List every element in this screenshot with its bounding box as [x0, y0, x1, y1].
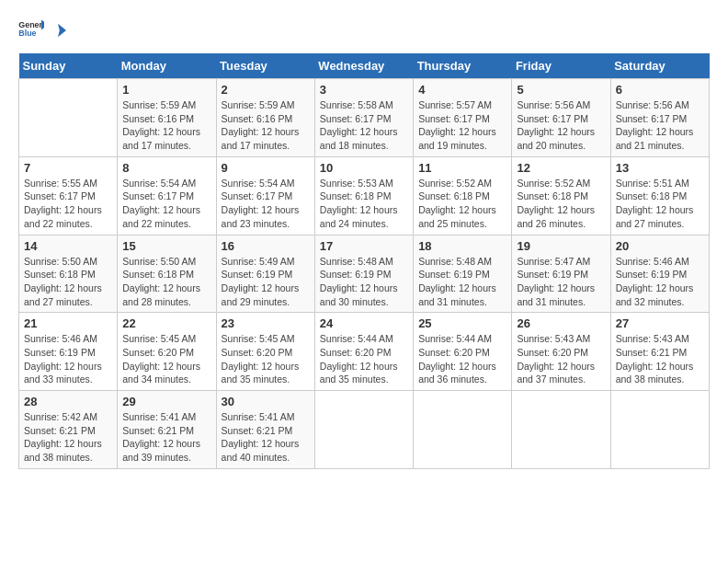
svg-text:Blue: Blue — [18, 29, 36, 38]
calendar-cell: 19Sunrise: 5:47 AMSunset: 6:19 PMDayligh… — [512, 235, 610, 313]
day-info: Sunrise: 5:52 AMSunset: 6:18 PMDaylight:… — [418, 177, 506, 231]
header-monday: Monday — [118, 53, 216, 79]
day-info: Sunrise: 5:54 AMSunset: 6:17 PMDaylight:… — [222, 177, 310, 231]
logo-flag-icon — [50, 22, 66, 39]
calendar-cell: 24Sunrise: 5:44 AMSunset: 6:20 PMDayligh… — [314, 313, 413, 391]
day-number: 13 — [616, 161, 704, 175]
day-info: Sunrise: 5:53 AMSunset: 6:18 PMDaylight:… — [320, 177, 408, 231]
day-number: 16 — [222, 239, 310, 253]
calendar-cell: 14Sunrise: 5:50 AMSunset: 6:18 PMDayligh… — [19, 235, 118, 313]
calendar-cell — [610, 391, 709, 469]
week-row-1: 1Sunrise: 5:59 AMSunset: 6:16 PMDaylight… — [19, 79, 710, 157]
calendar-cell: 23Sunrise: 5:45 AMSunset: 6:20 PMDayligh… — [216, 313, 314, 391]
week-row-5: 28Sunrise: 5:42 AMSunset: 6:21 PMDayligh… — [19, 391, 710, 469]
day-info: Sunrise: 5:46 AMSunset: 6:19 PMDaylight:… — [616, 255, 704, 309]
calendar-cell: 15Sunrise: 5:50 AMSunset: 6:18 PMDayligh… — [118, 235, 216, 313]
calendar-cell: 2Sunrise: 5:59 AMSunset: 6:16 PMDaylight… — [216, 79, 314, 157]
day-number: 6 — [616, 83, 704, 97]
calendar-cell: 26Sunrise: 5:43 AMSunset: 6:20 PMDayligh… — [512, 313, 610, 391]
calendar-cell: 28Sunrise: 5:42 AMSunset: 6:21 PMDayligh… — [19, 391, 118, 469]
day-number: 26 — [517, 316, 605, 330]
calendar-cell: 12Sunrise: 5:52 AMSunset: 6:18 PMDayligh… — [512, 156, 610, 235]
day-info: Sunrise: 5:49 AMSunset: 6:19 PMDaylight:… — [222, 255, 310, 309]
day-number: 11 — [418, 161, 506, 175]
calendar-cell: 29Sunrise: 5:41 AMSunset: 6:21 PMDayligh… — [118, 391, 216, 469]
day-info: Sunrise: 5:41 AMSunset: 6:21 PMDaylight:… — [222, 410, 310, 465]
calendar-cell: 9Sunrise: 5:54 AMSunset: 6:17 PMDaylight… — [216, 156, 314, 235]
calendar-cell: 22Sunrise: 5:45 AMSunset: 6:20 PMDayligh… — [118, 313, 216, 391]
day-info: Sunrise: 5:58 AMSunset: 6:17 PMDaylight:… — [320, 98, 408, 153]
day-number: 12 — [517, 161, 605, 175]
calendar-cell: 6Sunrise: 5:56 AMSunset: 6:17 PMDaylight… — [610, 79, 709, 157]
calendar-cell: 1Sunrise: 5:59 AMSunset: 6:16 PMDaylight… — [118, 79, 216, 157]
calendar-cell: 30Sunrise: 5:41 AMSunset: 6:21 PMDayligh… — [216, 391, 314, 469]
calendar-table: SundayMondayTuesdayWednesdayThursdayFrid… — [18, 53, 710, 469]
day-info: Sunrise: 5:43 AMSunset: 6:20 PMDaylight:… — [517, 332, 605, 386]
week-row-4: 21Sunrise: 5:46 AMSunset: 6:19 PMDayligh… — [19, 313, 710, 391]
day-info: Sunrise: 5:43 AMSunset: 6:21 PMDaylight:… — [616, 332, 704, 386]
header-friday: Friday — [512, 53, 610, 79]
day-info: Sunrise: 5:44 AMSunset: 6:20 PMDaylight:… — [320, 332, 408, 386]
header-tuesday: Tuesday — [216, 53, 314, 79]
day-info: Sunrise: 5:50 AMSunset: 6:18 PMDaylight:… — [24, 255, 112, 309]
calendar-cell: 27Sunrise: 5:43 AMSunset: 6:21 PMDayligh… — [610, 313, 709, 391]
day-number: 24 — [320, 316, 408, 330]
calendar-cell: 13Sunrise: 5:51 AMSunset: 6:18 PMDayligh… — [610, 156, 709, 235]
day-number: 1 — [122, 83, 210, 97]
day-number: 19 — [517, 239, 605, 253]
day-number: 27 — [616, 316, 704, 330]
week-row-3: 14Sunrise: 5:50 AMSunset: 6:18 PMDayligh… — [19, 235, 710, 313]
day-info: Sunrise: 5:48 AMSunset: 6:19 PMDaylight:… — [418, 255, 506, 309]
day-info: Sunrise: 5:54 AMSunset: 6:17 PMDaylight:… — [122, 177, 210, 231]
day-number: 8 — [122, 161, 210, 175]
svg-text:General: General — [18, 20, 44, 29]
logo: General Blue — [18, 18, 66, 39]
day-info: Sunrise: 5:47 AMSunset: 6:19 PMDaylight:… — [517, 255, 605, 309]
calendar-cell — [512, 391, 610, 469]
calendar-cell: 4Sunrise: 5:57 AMSunset: 6:17 PMDaylight… — [414, 79, 512, 157]
day-number: 23 — [222, 316, 310, 330]
week-row-2: 7Sunrise: 5:55 AMSunset: 6:17 PMDaylight… — [19, 156, 710, 235]
header-saturday: Saturday — [610, 53, 709, 79]
day-number: 18 — [418, 239, 506, 253]
calendar-cell: 8Sunrise: 5:54 AMSunset: 6:17 PMDaylight… — [118, 156, 216, 235]
calendar-cell: 5Sunrise: 5:56 AMSunset: 6:17 PMDaylight… — [512, 79, 610, 157]
page-header: General Blue — [18, 18, 710, 39]
calendar-cell: 18Sunrise: 5:48 AMSunset: 6:19 PMDayligh… — [414, 235, 512, 313]
day-info: Sunrise: 5:51 AMSunset: 6:18 PMDaylight:… — [616, 177, 704, 231]
day-info: Sunrise: 5:59 AMSunset: 6:16 PMDaylight:… — [122, 98, 210, 153]
day-info: Sunrise: 5:56 AMSunset: 6:17 PMDaylight:… — [517, 98, 605, 153]
day-info: Sunrise: 5:44 AMSunset: 6:20 PMDaylight:… — [418, 332, 506, 386]
day-info: Sunrise: 5:46 AMSunset: 6:19 PMDaylight:… — [24, 332, 112, 386]
day-number: 10 — [320, 161, 408, 175]
day-info: Sunrise: 5:41 AMSunset: 6:21 PMDaylight:… — [122, 410, 210, 465]
calendar-cell: 16Sunrise: 5:49 AMSunset: 6:19 PMDayligh… — [216, 235, 314, 313]
day-number: 22 — [122, 316, 210, 330]
day-info: Sunrise: 5:42 AMSunset: 6:21 PMDaylight:… — [24, 410, 112, 465]
calendar-cell: 20Sunrise: 5:46 AMSunset: 6:19 PMDayligh… — [610, 235, 709, 313]
svg-marker-3 — [58, 24, 66, 37]
day-number: 4 — [418, 83, 506, 97]
day-info: Sunrise: 5:45 AMSunset: 6:20 PMDaylight:… — [222, 332, 310, 386]
calendar-cell — [314, 391, 413, 469]
day-number: 17 — [320, 239, 408, 253]
day-info: Sunrise: 5:52 AMSunset: 6:18 PMDaylight:… — [517, 177, 605, 231]
day-info: Sunrise: 5:57 AMSunset: 6:17 PMDaylight:… — [418, 98, 506, 153]
day-info: Sunrise: 5:48 AMSunset: 6:19 PMDaylight:… — [320, 255, 408, 309]
day-number: 29 — [122, 395, 210, 408]
calendar-cell — [414, 391, 512, 469]
calendar-cell: 21Sunrise: 5:46 AMSunset: 6:19 PMDayligh… — [19, 313, 118, 391]
day-number: 15 — [122, 239, 210, 253]
day-number: 14 — [24, 239, 112, 253]
calendar-cell: 3Sunrise: 5:58 AMSunset: 6:17 PMDaylight… — [314, 79, 413, 157]
calendar-cell: 7Sunrise: 5:55 AMSunset: 6:17 PMDaylight… — [19, 156, 118, 235]
header-thursday: Thursday — [414, 53, 512, 79]
header-sunday: Sunday — [19, 53, 118, 79]
generalblue-icon: General Blue — [18, 18, 44, 39]
calendar-cell — [19, 79, 118, 157]
day-number: 28 — [24, 395, 112, 408]
header-wednesday: Wednesday — [314, 53, 413, 79]
day-info: Sunrise: 5:55 AMSunset: 6:17 PMDaylight:… — [24, 177, 112, 231]
calendar-cell: 17Sunrise: 5:48 AMSunset: 6:19 PMDayligh… — [314, 235, 413, 313]
day-number: 21 — [24, 316, 112, 330]
